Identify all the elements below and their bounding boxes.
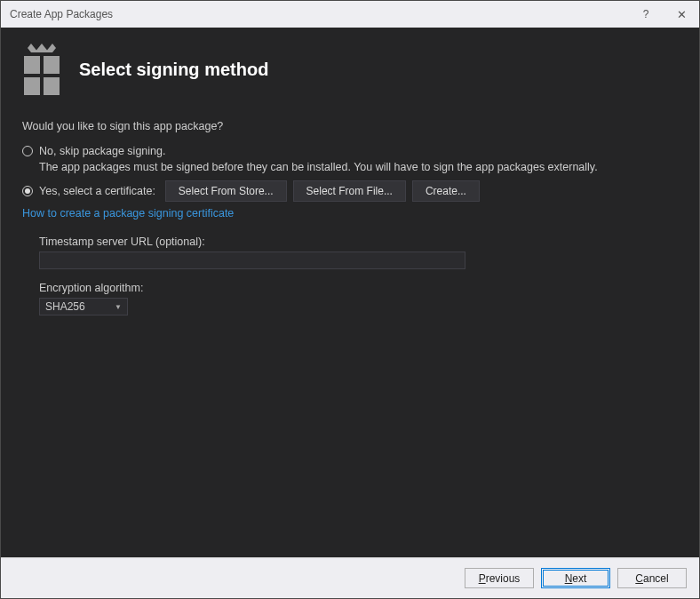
radio-no[interactable] [22, 146, 33, 156]
dialog-body: Would you like to sign this app package?… [1, 120, 699, 315]
chevron-down-icon: ▼ [115, 303, 122, 311]
close-button[interactable]: ✕ [664, 1, 699, 28]
titlebar: Create App Packages ? ✕ [1, 1, 699, 28]
radio-yes-label: Yes, select a certificate: [39, 185, 155, 197]
page-title: Select signing method [79, 60, 268, 80]
svg-marker-1 [28, 44, 38, 52]
create-cert-button[interactable]: Create... [412, 180, 480, 202]
radio-yes-row: Yes, select a certificate: Select From S… [22, 180, 678, 202]
content-area: Select signing method Would you like to … [1, 28, 699, 557]
timestamp-group: Timestamp server URL (optional): [39, 236, 678, 282]
encryption-label: Encryption algorithm: [39, 282, 678, 294]
question-text: Would you like to sign this app package? [22, 120, 678, 132]
help-button[interactable]: ? [628, 1, 664, 28]
previous-button[interactable]: Previous [465, 568, 534, 588]
encryption-dropdown[interactable]: SHA256 ▼ [39, 298, 128, 315]
select-from-file-button[interactable]: Select From File... [293, 180, 406, 202]
window-title: Create App Packages [10, 8, 628, 20]
dialog-header: Select signing method [1, 28, 699, 120]
dialog-window: Create App Packages ? ✕ Sele [0, 0, 700, 599]
select-from-store-button[interactable]: Select From Store... [165, 180, 287, 202]
svg-rect-3 [24, 56, 40, 74]
radio-no-helper: The app packages must be signed before t… [39, 161, 678, 173]
timestamp-input[interactable] [39, 252, 465, 269]
help-link[interactable]: How to create a package signing certific… [22, 207, 234, 220]
svg-rect-4 [44, 56, 60, 74]
svg-marker-2 [45, 44, 56, 52]
next-button[interactable]: Next [541, 568, 610, 588]
svg-rect-5 [24, 77, 40, 95]
radio-no-label: No, skip package signing. [39, 145, 165, 157]
package-icon [20, 44, 63, 95]
cancel-button[interactable]: Cancel [617, 568, 687, 588]
timestamp-label: Timestamp server URL (optional): [39, 236, 678, 248]
radio-yes[interactable] [22, 186, 33, 196]
encryption-group: Encryption algorithm: SHA256 ▼ [39, 282, 678, 315]
encryption-value: SHA256 [45, 300, 115, 313]
svg-rect-6 [44, 77, 60, 95]
radio-no-row[interactable]: No, skip package signing. [22, 145, 678, 157]
dialog-footer: Previous Next Cancel [1, 557, 699, 598]
